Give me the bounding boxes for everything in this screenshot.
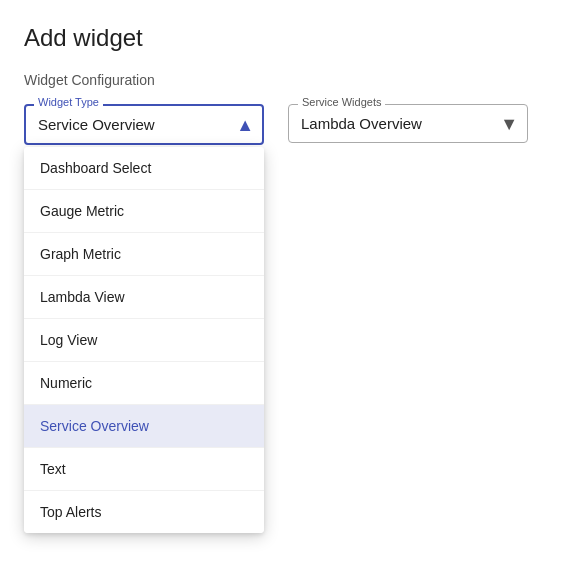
option-log-view[interactable]: Log View (24, 319, 264, 362)
option-numeric[interactable]: Numeric (24, 362, 264, 405)
widget-type-dropdown-menu: Dashboard Select Gauge Metric Graph Metr… (24, 147, 264, 533)
fields-row: Widget Type Service Overview ▲ Dashboard… (24, 104, 538, 145)
page-container: Add widget Widget Configuration Widget T… (0, 0, 562, 145)
option-gauge-metric[interactable]: Gauge Metric (24, 190, 264, 233)
option-text[interactable]: Text (24, 448, 264, 491)
service-widgets-dropdown-wrapper: Service Widgets Lambda Overview ▼ (288, 104, 528, 143)
widget-type-selected-value[interactable]: Service Overview (24, 104, 264, 145)
service-widgets-selected-value[interactable]: Lambda Overview (288, 104, 528, 143)
widget-type-label: Widget Type (34, 96, 103, 108)
option-lambda-view[interactable]: Lambda View (24, 276, 264, 319)
option-service-overview[interactable]: Service Overview (24, 405, 264, 448)
option-dashboard-select[interactable]: Dashboard Select (24, 147, 264, 190)
option-top-alerts[interactable]: Top Alerts (24, 491, 264, 533)
page-title: Add widget (24, 24, 538, 52)
widget-type-select-container[interactable]: Service Overview ▲ (24, 104, 264, 145)
service-widgets-label: Service Widgets (298, 96, 385, 108)
service-widgets-select-container[interactable]: Lambda Overview ▼ (288, 104, 528, 143)
section-label: Widget Configuration (24, 72, 538, 88)
widget-type-dropdown-wrapper: Widget Type Service Overview ▲ Dashboard… (24, 104, 264, 145)
option-graph-metric[interactable]: Graph Metric (24, 233, 264, 276)
